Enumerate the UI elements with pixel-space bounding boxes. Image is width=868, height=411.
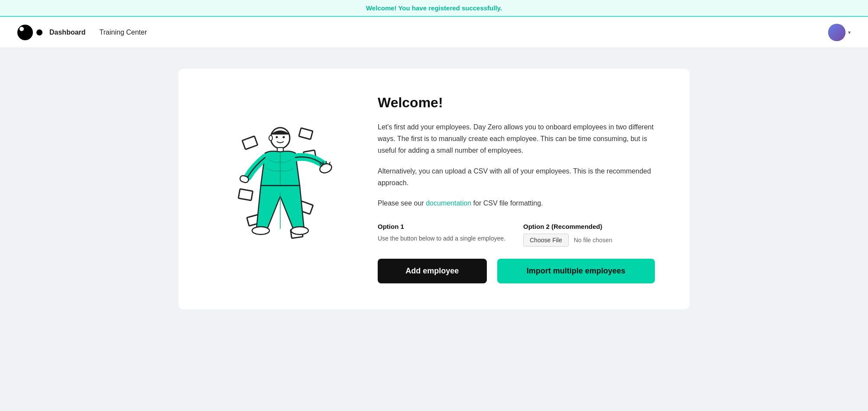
- user-menu[interactable]: ▾: [828, 24, 851, 41]
- file-input-row: Choose File No file chosen: [523, 234, 655, 247]
- option-1: Option 1 Use the button below to add a s…: [378, 223, 509, 252]
- import-multiple-button[interactable]: Import multiple employees: [497, 259, 655, 283]
- svg-point-19: [291, 227, 308, 234]
- option-2: Option 2 (Recommended) Choose File No fi…: [523, 223, 655, 255]
- notification-bar: Welcome! You have registered successfull…: [0, 0, 868, 17]
- description-3: Please see our documentation for CSV fil…: [378, 197, 655, 209]
- option-1-desc: Use the button below to add a single emp…: [378, 234, 509, 243]
- no-file-text: No file chosen: [574, 237, 612, 244]
- nav-link-dashboard[interactable]: Dashboard: [49, 29, 86, 36]
- card-content: Welcome! Let's first add your employees.…: [378, 95, 655, 283]
- svg-rect-3: [238, 189, 253, 201]
- avatar: [828, 24, 845, 41]
- svg-point-10: [269, 135, 272, 141]
- main-content: Welcome! Let's first add your employees.…: [0, 48, 868, 330]
- welcome-title: Welcome!: [378, 95, 655, 111]
- svg-rect-1: [299, 128, 313, 140]
- buttons-row: Add employee Import multiple employees: [378, 259, 655, 283]
- documentation-link[interactable]: documentation: [426, 199, 471, 207]
- option-1-title: Option 1: [378, 223, 509, 230]
- svg-point-18: [252, 227, 269, 234]
- illustration: [213, 95, 352, 259]
- avatar-image: [828, 24, 845, 41]
- svg-line-15: [326, 161, 327, 164]
- nav-dot: [36, 29, 42, 35]
- choose-file-button[interactable]: Choose File: [523, 234, 569, 247]
- svg-rect-0: [242, 136, 258, 150]
- nav-links: Dashboard Training Center: [49, 29, 828, 36]
- description-2: Alternatively, you can upload a CSV with…: [378, 165, 655, 189]
- nav-link-training-center[interactable]: Training Center: [100, 29, 147, 36]
- chevron-down-icon: ▾: [848, 29, 851, 35]
- option-2-title: Option 2 (Recommended): [523, 223, 655, 230]
- svg-point-8: [276, 136, 278, 138]
- description-1: Let's first add your employees. Day Zero…: [378, 121, 655, 157]
- options-row: Option 1 Use the button below to add a s…: [378, 223, 655, 255]
- add-employee-button[interactable]: Add employee: [378, 259, 487, 283]
- logo-icon: [17, 25, 33, 40]
- description-3-suffix: for CSV file formatting.: [471, 199, 543, 207]
- welcome-card: Welcome! Let's first add your employees.…: [178, 69, 690, 309]
- notification-text: Welcome! You have registered successfull…: [366, 4, 502, 12]
- navbar: Dashboard Training Center ▾: [0, 17, 868, 48]
- description-3-prefix: Please see our: [378, 199, 426, 207]
- svg-point-9: [283, 136, 285, 138]
